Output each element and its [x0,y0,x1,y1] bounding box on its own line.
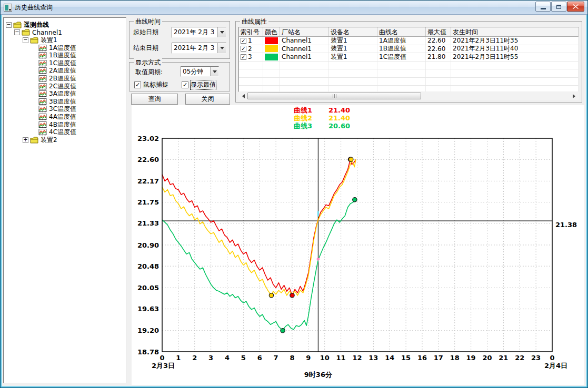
cell-device: 装置1 [329,37,377,45]
collapse-icon[interactable]: − [14,29,20,35]
cell-max: 21.80 [426,53,451,61]
minimize-button[interactable] [535,2,551,12]
table-row[interactable]: ✓1Channel1装置11A温度值22.602021年2月3日11时35 [239,37,579,45]
tree-item-遥测曲线[interactable]: −遥测曲线 [4,21,126,29]
curve-icon [38,121,47,128]
mouse-capture-checkbox[interactable]: ✓ 鼠标捕捉 [134,80,168,89]
curve-color-swatch [265,54,278,60]
y-tick-label: 22.17 [137,177,159,185]
column-header[interactable]: 发生时间 [451,27,579,36]
column-header[interactable]: 最大值 [426,27,451,36]
mouse-capture-checkbox-box[interactable]: ✓ [134,81,141,88]
curve-visible-checkbox[interactable]: ✓ [241,38,246,44]
x-tick-label: 10 [320,354,330,362]
scroll-right-icon[interactable] [571,92,579,100]
x-tick-label: 3 [208,354,213,362]
x-tick-label: 6 [257,354,262,362]
tree-item-3B温度值[interactable]: 3B温度值 [4,98,126,106]
column-header[interactable]: 曲线名 [377,27,426,36]
x-tick-label: 18 [450,354,460,362]
tree-item-3A温度值[interactable]: 3A温度值 [4,90,126,98]
close-dialog-button[interactable]: 关闭 [185,94,230,105]
tree-item-1A温度值[interactable]: 1A温度值 [4,44,126,52]
tree-item-1B温度值[interactable]: 1B温度值 [4,52,126,59]
query-button[interactable]: 查询 [131,94,178,105]
scroll-left-icon[interactable] [238,92,246,100]
titlebar: 历史曲线查询 [1,1,587,15]
x-tick-label: 17 [434,354,443,362]
column-header[interactable]: 设备名 [329,27,377,36]
start-date-combo[interactable]: 2021年 2月 3 [172,27,226,38]
expand-icon[interactable]: + [23,137,28,143]
curve-color-swatch [265,45,278,52]
x-tick-label: 14 [385,354,394,362]
collapse-icon[interactable]: − [23,37,28,43]
tree-item-2B温度值[interactable]: 2B温度值 [4,75,126,83]
minimize-icon [541,8,546,9]
tree-item-4C温度值[interactable]: 4C温度值 [4,128,126,136]
tree-item-装置1[interactable]: −装置1 [4,36,126,44]
close-button[interactable] [567,2,584,12]
tree-item-2A温度值[interactable]: 2A温度值 [4,67,126,75]
curve-time-group: 曲线时间 起始日期 2021年 2月 3 结束日期 2021年 2月 3 [129,21,230,59]
curve-icon [38,52,47,59]
table-row[interactable]: ✓3Channel1装置11C温度值21.802021年2月3日11时55 [239,53,579,62]
table-empty-row [239,78,579,86]
history-curve-query-window: 历史曲线查询 −遥测曲线−Channel1−装置11A温度值1B温度值1C温度值… [0,0,588,388]
end-date-combo[interactable]: 2021年 2月 3 [172,43,226,54]
folder-icon [30,37,38,44]
tree-item-2C温度值[interactable]: 2C温度值 [4,83,126,90]
tree-item-Channel1[interactable]: −Channel1 [4,29,126,37]
folder-icon [22,29,30,36]
show-extremes-checkbox[interactable]: ✓ 显示最值 [182,80,216,89]
curve-visible-checkbox[interactable]: ✓ [241,54,246,60]
table-header-row: 索引号颜色厂站名设备名曲线名最大值发生时间 [239,27,579,37]
period-combo[interactable]: 05分钟 [181,66,219,77]
max-marker-曲线2 [349,157,353,161]
chart-legend: 曲线121.40曲线221.40曲线320.60 [294,106,350,130]
x-tick-label: 2 [192,354,197,362]
snap-indicator [317,211,319,217]
tree-item-label: 遥测曲线 [24,21,49,29]
collapse-icon[interactable]: − [6,22,12,28]
table-row[interactable]: ✓2Channel1装置11B温度值22.602021年2月3日11时40 [239,45,579,54]
curve-visible-checkbox[interactable]: ✓ [241,46,246,52]
tree-item-1C温度值[interactable]: 1C温度值 [4,59,126,67]
window-title: 历史曲线查询 [15,3,53,12]
end-date-dropdown-icon[interactable] [217,43,226,53]
table-horizontal-scrollbar[interactable] [238,92,579,100]
cell-curve: 1B温度值 [377,45,426,53]
curve-icon [38,114,47,120]
folder-icon [30,137,38,144]
min-marker-曲线1 [290,293,294,298]
show-extremes-label: 显示最值 [191,80,216,89]
tree-item-4A温度值[interactable]: 4A温度值 [4,113,126,121]
column-header[interactable]: 颜色 [263,27,280,36]
x-tick-label: 19 [466,354,476,362]
column-header[interactable]: 索引号 [239,27,263,36]
tree-item-装置2[interactable]: +装置2 [4,136,126,144]
tree-item-4B温度值[interactable]: 4B温度值 [4,121,126,129]
x-tick-label: 9 [306,354,311,362]
cell-time: 2021年2月3日11时40 [451,45,579,53]
tree-item-3C温度值[interactable]: 3C温度值 [4,106,126,114]
cell-curve: 1C温度值 [377,53,426,61]
x-date-right: 2月4日 [544,362,567,370]
curve-time-group-title: 曲线时间 [134,17,162,26]
x-tick-label: 20 [482,354,492,362]
curve-index: 3 [248,53,252,60]
start-date-value: 2021年 2月 3 [172,28,217,37]
column-header[interactable]: 厂站名 [280,27,329,36]
legend-row: 曲线320.60 [294,122,350,130]
maximize-button[interactable] [551,2,566,12]
scrollbar-thumb[interactable] [247,93,421,99]
cell-time: 2021年2月3日11时55 [451,53,579,61]
curve-properties-group: 曲线属性 索引号颜色厂站名设备名曲线名最大值发生时间✓1Channel1装置11… [235,21,582,103]
curve-index: 2 [248,45,252,53]
period-dropdown-icon[interactable] [210,67,218,76]
show-extremes-checkbox-box[interactable]: ✓ [182,81,188,88]
start-date-dropdown-icon[interactable] [217,27,226,37]
app-icon [4,4,12,12]
legend-curve-value: 21.40 [328,106,350,114]
curve-icon [38,60,47,67]
